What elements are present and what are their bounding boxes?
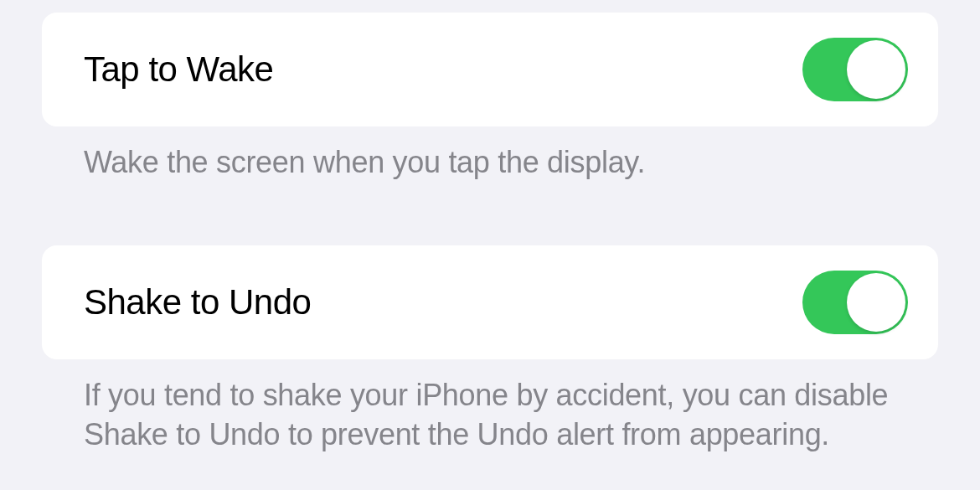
shake-to-undo-row: Shake to Undo [42,245,938,359]
tap-to-wake-row: Tap to Wake [42,13,938,126]
toggle-knob [847,273,905,332]
tap-to-wake-description: Wake the screen when you tap the display… [42,126,938,183]
shake-to-undo-label: Shake to Undo [84,282,311,322]
shake-to-undo-toggle[interactable] [802,271,908,334]
shake-to-undo-description: If you tend to shake your iPhone by acci… [42,359,938,455]
tap-to-wake-toggle[interactable] [802,38,908,101]
tap-to-wake-label: Tap to Wake [84,49,273,90]
toggle-knob [847,40,905,99]
